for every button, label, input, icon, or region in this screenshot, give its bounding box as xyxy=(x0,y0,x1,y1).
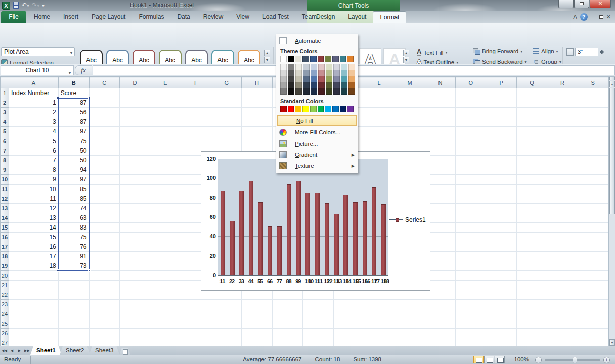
theme-variant-swatch[interactable] xyxy=(333,88,340,95)
row-header-8[interactable]: 8 xyxy=(1,156,9,165)
chart-bar[interactable] xyxy=(277,226,282,275)
theme-variant-swatch[interactable] xyxy=(311,64,317,70)
gallery-down-icon[interactable]: ▼ xyxy=(264,57,270,63)
grid-cell[interactable] xyxy=(578,281,608,290)
grid-cell[interactable] xyxy=(456,156,486,165)
grid-cell[interactable] xyxy=(456,136,486,146)
grid-cell[interactable] xyxy=(58,281,89,290)
grid-cell[interactable] xyxy=(242,300,272,309)
theme-variant-swatch[interactable] xyxy=(295,64,302,70)
grid-cell[interactable] xyxy=(272,319,302,329)
grid-cell[interactable] xyxy=(303,300,333,309)
grid-cell[interactable] xyxy=(364,108,394,117)
grid-cell[interactable] xyxy=(516,242,547,252)
grid-cell[interactable] xyxy=(516,233,547,242)
theme-color-swatch[interactable] xyxy=(280,56,287,62)
grid-cell[interactable] xyxy=(547,213,578,223)
grid-cell[interactable] xyxy=(333,300,364,309)
grid-cell[interactable] xyxy=(89,242,119,252)
theme-variant-swatch[interactable] xyxy=(303,64,310,70)
standard-color-swatch[interactable] xyxy=(288,106,294,112)
grid-cell[interactable] xyxy=(181,309,211,319)
theme-variant-swatch[interactable] xyxy=(288,88,294,95)
grid-cell[interactable] xyxy=(303,319,333,329)
grid-cell[interactable] xyxy=(181,117,211,127)
normal-view-button[interactable] xyxy=(473,356,484,363)
grid-cell[interactable]: 9 xyxy=(9,175,58,185)
grid-cell[interactable] xyxy=(211,290,242,300)
grid-cell[interactable]: 16 xyxy=(9,242,58,252)
grid-cell[interactable] xyxy=(181,290,211,300)
zoom-out-icon[interactable]: − xyxy=(535,357,542,363)
grid-cell[interactable] xyxy=(547,185,578,194)
column-header-B[interactable]: B xyxy=(58,77,89,88)
grid-cell[interactable] xyxy=(89,127,119,136)
grid-cell[interactable] xyxy=(211,329,242,338)
grid-cell[interactable] xyxy=(242,329,272,338)
grid-cell[interactable] xyxy=(119,204,150,213)
theme-color-swatch[interactable] xyxy=(325,56,331,62)
theme-variant-swatch[interactable] xyxy=(280,82,287,88)
row-header-10[interactable]: 10 xyxy=(1,175,9,185)
theme-color-swatch[interactable] xyxy=(310,56,317,62)
grid-cell[interactable] xyxy=(89,108,119,117)
grid-cell[interactable] xyxy=(486,223,516,233)
grid-cell[interactable] xyxy=(578,329,608,338)
grid-cell[interactable] xyxy=(364,338,394,346)
grid-cell[interactable] xyxy=(211,127,242,136)
grid-cell[interactable] xyxy=(119,338,150,346)
chart-bar[interactable] xyxy=(353,202,358,275)
row-header-2[interactable]: 2 xyxy=(1,98,9,108)
column-header-C[interactable]: C xyxy=(89,77,119,88)
grid-cell[interactable] xyxy=(578,204,608,213)
grid-cell[interactable] xyxy=(547,329,578,338)
grid-cell[interactable] xyxy=(394,329,425,338)
grid-cell[interactable] xyxy=(89,290,119,300)
grid-cell[interactable] xyxy=(211,98,242,108)
theme-variant-swatch[interactable] xyxy=(295,88,302,95)
grid-cell[interactable] xyxy=(456,290,486,300)
grid-cell[interactable] xyxy=(272,329,302,338)
theme-variant-swatch[interactable] xyxy=(348,76,355,82)
grid-cell[interactable] xyxy=(89,281,119,290)
grid-cell[interactable]: 75 xyxy=(58,233,89,242)
grid-cell[interactable] xyxy=(394,319,425,329)
grid-cell[interactable] xyxy=(516,165,547,175)
grid-cell[interactable] xyxy=(242,108,272,117)
row-header-26[interactable]: 26 xyxy=(1,329,9,338)
tab-review[interactable]: Review xyxy=(197,11,230,23)
scroll-down-icon[interactable]: ▼ xyxy=(609,339,615,346)
grid-cell[interactable] xyxy=(516,98,547,108)
grid-cell[interactable]: 50 xyxy=(58,156,89,165)
theme-variant-swatch[interactable] xyxy=(318,76,325,82)
grid-cell[interactable] xyxy=(456,185,486,194)
theme-variant-swatch[interactable] xyxy=(341,64,347,70)
grid-cell[interactable] xyxy=(89,319,119,329)
height-up-icon[interactable] xyxy=(600,50,604,52)
standard-color-swatch[interactable] xyxy=(325,106,331,112)
grid-cell[interactable] xyxy=(456,213,486,223)
tab-design[interactable]: Design xyxy=(310,11,341,23)
theme-variant-swatch[interactable] xyxy=(333,64,340,70)
grid-cell[interactable]: 15 xyxy=(9,233,58,242)
theme-variant-swatch[interactable] xyxy=(333,70,340,76)
grid-cell[interactable]: 76 xyxy=(58,242,89,252)
grid-cell[interactable] xyxy=(486,88,516,98)
grid-cell[interactable] xyxy=(119,213,150,223)
grid-cell[interactable] xyxy=(425,319,455,329)
sheet-tab-sheet3[interactable]: Sheet3 xyxy=(89,346,119,355)
grid-cell[interactable] xyxy=(516,117,547,127)
grid-cell[interactable] xyxy=(150,242,181,252)
standard-color-swatch[interactable] xyxy=(318,106,324,112)
select-all-corner[interactable] xyxy=(1,77,9,88)
row-header-7[interactable]: 7 xyxy=(1,146,9,156)
grid-cell[interactable] xyxy=(89,165,119,175)
grid-cell[interactable] xyxy=(516,309,547,319)
grid-cell[interactable] xyxy=(333,309,364,319)
standard-color-swatch[interactable] xyxy=(280,106,287,112)
grid-cell[interactable] xyxy=(578,108,608,117)
tab-formulas[interactable]: Formulas xyxy=(132,11,170,23)
grid-cell[interactable] xyxy=(89,117,119,127)
grid-cell[interactable]: 87 xyxy=(58,117,89,127)
grid-cell[interactable] xyxy=(547,271,578,281)
